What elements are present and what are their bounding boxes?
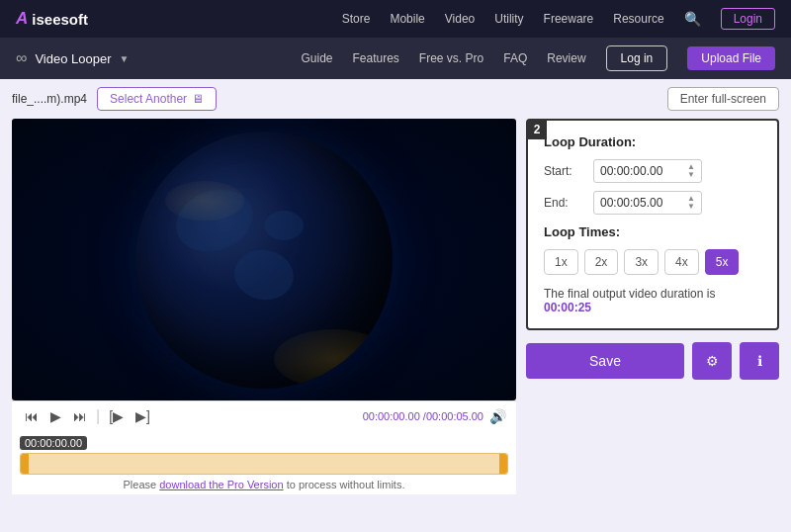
loop-times-section: Loop Times: 1x 2x 3x 4x 5x bbox=[544, 224, 761, 275]
pro-notice-text: Please bbox=[124, 479, 160, 490]
nav-free-vs-pro[interactable]: Free vs. Pro bbox=[419, 51, 483, 65]
duration-label: Loop Duration: bbox=[544, 134, 761, 149]
select-another-label: Select Another bbox=[110, 92, 187, 106]
nav-link-freeware[interactable]: Freeware bbox=[544, 12, 594, 26]
pro-version-link[interactable]: download the Pro Version bbox=[159, 479, 283, 490]
start-time-value: 00:00:00.00 bbox=[600, 164, 662, 178]
volume-icon[interactable]: 🔊 bbox=[489, 408, 506, 424]
loop-settings-box: 2 Loop Duration: Start: 00:00:00.00 ▲ ▼ … bbox=[526, 119, 779, 330]
file-bar-left: file_....m).mp4 Select Another 🖥 bbox=[12, 87, 217, 111]
nav-link-mobile[interactable]: Mobile bbox=[390, 12, 424, 26]
loop-3x-button[interactable]: 3x bbox=[624, 249, 659, 275]
upload-file-button[interactable]: Upload File bbox=[687, 46, 775, 70]
nav-link-store[interactable]: Store bbox=[342, 12, 371, 26]
log-in-button[interactable]: Log in bbox=[606, 45, 668, 71]
video-panel: ⏮ ▶ ⏭ | [▶ ▶] 00:00:00.00 /00:00:05.00 🔊… bbox=[12, 119, 516, 524]
search-icon[interactable]: 🔍 bbox=[684, 11, 701, 27]
fullscreen-button[interactable]: Enter full-screen bbox=[667, 87, 779, 111]
end-label: End: bbox=[544, 196, 583, 210]
second-navigation: ∞ Video Looper ▼ Guide Features Free vs.… bbox=[0, 38, 791, 79]
settings-button[interactable]: ⚙ bbox=[692, 342, 732, 380]
info-button[interactable]: ℹ bbox=[740, 342, 779, 380]
nav-link-resource[interactable]: Resource bbox=[613, 12, 663, 26]
divider: | bbox=[96, 407, 100, 425]
controls-bar: ⏮ ▶ ⏭ | [▶ ▶] 00:00:00.00 /00:00:05.00 🔊 bbox=[12, 400, 516, 431]
save-button[interactable]: Save bbox=[526, 343, 684, 379]
pro-notice-suffix: to process without limits. bbox=[284, 479, 405, 490]
start-time-input[interactable]: 00:00:00.00 ▲ ▼ bbox=[593, 159, 702, 183]
output-value: 00:00:25 bbox=[544, 301, 591, 314]
second-nav-right: Guide Features Free vs. Pro FAQ Review L… bbox=[301, 45, 775, 71]
timeline-track[interactable] bbox=[20, 453, 508, 475]
file-name: file_....m).mp4 bbox=[12, 92, 87, 106]
settings-icon: ⚙ bbox=[706, 353, 719, 369]
mark-out-button[interactable]: ▶] bbox=[132, 406, 153, 426]
logo-icon: A bbox=[16, 9, 28, 29]
mark-in-button[interactable]: [▶ bbox=[106, 406, 127, 426]
loop-times-buttons: 1x 2x 3x 4x 5x bbox=[544, 249, 761, 275]
start-time-down[interactable]: ▼ bbox=[687, 171, 695, 179]
nav-features[interactable]: Features bbox=[353, 51, 399, 65]
info-icon: ℹ bbox=[757, 353, 762, 369]
video-area: ⏮ ▶ ⏭ | [▶ ▶] 00:00:00.00 /00:00:05.00 🔊… bbox=[12, 119, 779, 524]
nav-link-video[interactable]: Video bbox=[445, 12, 475, 26]
timeline-handle-right[interactable] bbox=[499, 454, 507, 474]
loop-4x-button[interactable]: 4x bbox=[664, 249, 699, 275]
tool-name: Video Looper bbox=[35, 51, 111, 66]
timeline-handle-left[interactable] bbox=[21, 454, 29, 474]
dropdown-arrow-icon[interactable]: ▼ bbox=[120, 53, 130, 64]
output-duration: The final output video duration is 00:00… bbox=[544, 287, 761, 314]
loop-times-label: Loop Times: bbox=[544, 224, 761, 239]
save-area: Save ⚙ ℹ bbox=[526, 342, 779, 380]
earth-visual bbox=[135, 132, 393, 389]
output-text: The final output video duration is bbox=[544, 287, 715, 301]
skip-back-button[interactable]: ⏮ bbox=[22, 406, 42, 426]
right-panel: 2 Loop Duration: Start: 00:00:00.00 ▲ ▼ … bbox=[526, 119, 779, 524]
nav-guide[interactable]: Guide bbox=[301, 51, 332, 65]
loop-1x-button[interactable]: 1x bbox=[544, 249, 578, 275]
nav-review[interactable]: Review bbox=[547, 51, 585, 65]
top-navigation: A iseesoft Store Mobile Video Utility Fr… bbox=[0, 0, 791, 38]
video-preview bbox=[12, 119, 516, 400]
login-button[interactable]: Login bbox=[721, 8, 775, 30]
file-bar: file_....m).mp4 Select Another 🖥 Enter f… bbox=[12, 87, 779, 111]
box-number: 2 bbox=[527, 120, 547, 139]
end-time-value: 00:00:05.00 bbox=[600, 196, 662, 210]
top-nav-links: Store Mobile Video Utility Freeware Reso… bbox=[342, 8, 775, 30]
end-row: End: 00:00:05.00 ▲ ▼ bbox=[544, 191, 761, 215]
time-display: 00:00:00.00 /00:00:05.00 bbox=[363, 410, 483, 422]
logo-text: iseesoft bbox=[32, 11, 88, 28]
earth-glow2 bbox=[165, 181, 244, 221]
play-button[interactable]: ▶ bbox=[47, 406, 64, 426]
nav-faq[interactable]: FAQ bbox=[503, 51, 527, 65]
logo: A iseesoft bbox=[16, 9, 88, 29]
end-time-down[interactable]: ▼ bbox=[687, 203, 695, 211]
earth-glow bbox=[274, 329, 393, 389]
loop-5x-button[interactable]: 5x bbox=[705, 249, 740, 275]
select-another-button[interactable]: Select Another 🖥 bbox=[97, 87, 217, 111]
pro-notice: Please download the Pro Version to proce… bbox=[20, 479, 508, 490]
start-label: Start: bbox=[544, 164, 583, 178]
timeline-area: 00:00:00.00 Please download the Pro Vers… bbox=[12, 431, 516, 494]
main-content: file_....m).mp4 Select Another 🖥 Enter f… bbox=[0, 79, 791, 532]
start-time-spinners: ▲ ▼ bbox=[687, 163, 695, 179]
second-nav-left: ∞ Video Looper ▼ bbox=[16, 49, 129, 67]
end-time-spinners: ▲ ▼ bbox=[687, 195, 695, 211]
skip-forward-button[interactable]: ⏭ bbox=[70, 406, 90, 426]
timeline-start-label: 00:00:00.00 bbox=[20, 436, 87, 450]
nav-link-utility[interactable]: Utility bbox=[494, 12, 523, 26]
loop-icon: ∞ bbox=[16, 49, 27, 67]
loop-2x-button[interactable]: 2x bbox=[584, 249, 619, 275]
start-row: Start: 00:00:00.00 ▲ ▼ bbox=[544, 159, 761, 183]
monitor-icon: 🖥 bbox=[192, 92, 204, 106]
end-time-input[interactable]: 00:00:05.00 ▲ ▼ bbox=[593, 191, 702, 215]
